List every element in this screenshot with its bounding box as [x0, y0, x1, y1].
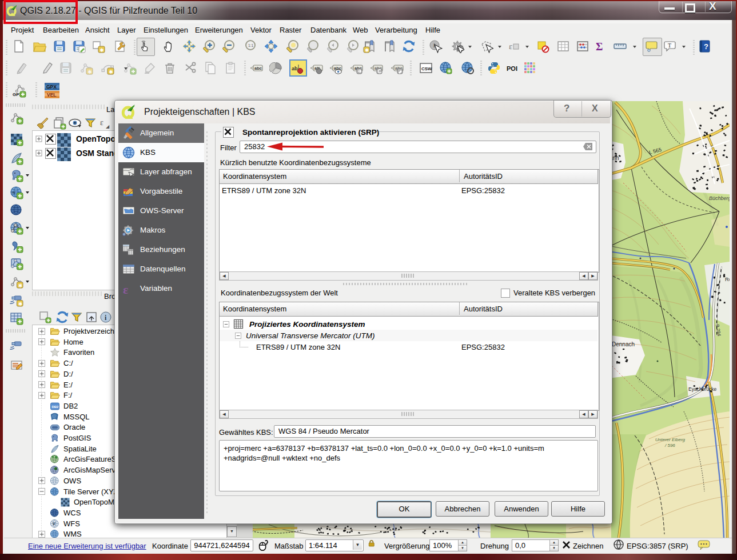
svg-text:Dennach: Dennach: [612, 341, 635, 347]
svg-text:✱: ✱: [109, 69, 113, 75]
svg-text:abc: abc: [254, 66, 262, 71]
svg-text:ε: ε: [509, 42, 512, 51]
svg-text:W: W: [12, 191, 15, 194]
svg-text:V: V: [53, 522, 55, 526]
svg-text:Eyachbrücke: Eyachbrücke: [688, 386, 716, 392]
svg-text:T: T: [668, 42, 671, 49]
svg-text:DB2: DB2: [51, 405, 59, 409]
svg-text:Unterer Eiberg: Unterer Eiberg: [655, 437, 686, 442]
svg-text:◢: ◢: [106, 124, 110, 129]
svg-text:ε: ε: [123, 282, 128, 295]
svg-text:Σ: Σ: [596, 41, 603, 53]
svg-text:✱: ✱: [18, 301, 23, 307]
svg-text:POI: POI: [507, 65, 517, 72]
svg-text:✱: ✱: [87, 69, 92, 75]
svg-text:GPX: GPX: [46, 84, 57, 90]
svg-text:VEL: VEL: [47, 92, 57, 98]
svg-text:ab: ab: [292, 66, 298, 71]
svg-text:ε: ε: [100, 118, 103, 127]
svg-text:CSW: CSW: [421, 66, 432, 71]
svg-text:/ 596: / 596: [664, 443, 675, 448]
svg-text:?: ?: [704, 42, 708, 51]
svg-text:Büchberg: Büchberg: [709, 195, 730, 201]
svg-text:✱: ✱: [365, 47, 369, 53]
svg-text:✱: ✱: [18, 283, 23, 289]
svg-text:Ro: Ro: [725, 277, 730, 282]
svg-text:1:1: 1:1: [248, 43, 253, 47]
svg-text:✱: ✱: [99, 47, 104, 53]
